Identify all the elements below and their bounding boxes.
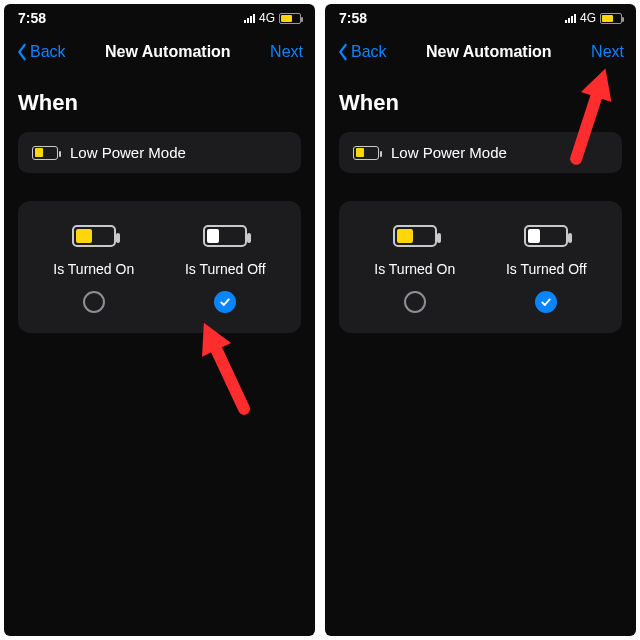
nav-title: New Automation — [426, 43, 552, 61]
screenshot-left: 7:58 4G Back New Automation Next When Lo… — [4, 4, 315, 636]
option-is-turned-on[interactable]: Is Turned On — [349, 225, 481, 313]
statusbar-battery-icon — [279, 13, 301, 24]
trigger-label: Low Power Mode — [391, 144, 507, 161]
option-on-label: Is Turned On — [53, 261, 134, 277]
battery-on-icon — [393, 225, 437, 247]
radio-off[interactable] — [535, 291, 557, 313]
radio-on[interactable] — [83, 291, 105, 313]
option-on-label: Is Turned On — [374, 261, 455, 277]
section-heading-when: When — [339, 90, 622, 116]
low-power-battery-icon — [353, 146, 379, 160]
status-time: 7:58 — [18, 10, 46, 26]
option-is-turned-on[interactable]: Is Turned On — [28, 225, 160, 313]
signal-icon — [244, 13, 255, 23]
option-is-turned-off[interactable]: Is Turned Off — [481, 225, 613, 313]
chevron-left-icon — [16, 43, 28, 61]
trigger-label: Low Power Mode — [70, 144, 186, 161]
radio-on[interactable] — [404, 291, 426, 313]
options-card: Is Turned On Is Turned Off — [339, 201, 622, 333]
next-button[interactable]: Next — [591, 43, 624, 61]
status-time: 7:58 — [339, 10, 367, 26]
battery-off-icon — [203, 225, 247, 247]
back-button[interactable]: Back — [337, 43, 387, 61]
section-heading-when: When — [18, 90, 301, 116]
nav-bar: Back New Automation Next — [325, 32, 636, 72]
status-bar: 7:58 4G — [325, 4, 636, 32]
network-label: 4G — [259, 11, 275, 25]
statusbar-battery-icon — [600, 13, 622, 24]
nav-title: New Automation — [105, 43, 231, 61]
next-button[interactable]: Next — [270, 43, 303, 61]
signal-icon — [565, 13, 576, 23]
trigger-row[interactable]: Low Power Mode — [18, 132, 301, 173]
status-bar: 7:58 4G — [4, 4, 315, 32]
options-card: Is Turned On Is Turned Off — [18, 201, 301, 333]
option-is-turned-off[interactable]: Is Turned Off — [160, 225, 292, 313]
nav-bar: Back New Automation Next — [4, 32, 315, 72]
back-button[interactable]: Back — [16, 43, 66, 61]
back-label: Back — [30, 43, 66, 61]
option-off-label: Is Turned Off — [185, 261, 266, 277]
trigger-row[interactable]: Low Power Mode — [339, 132, 622, 173]
low-power-battery-icon — [32, 146, 58, 160]
chevron-left-icon — [337, 43, 349, 61]
screenshot-right: 7:58 4G Back New Automation Next When Lo… — [325, 4, 636, 636]
back-label: Back — [351, 43, 387, 61]
network-label: 4G — [580, 11, 596, 25]
option-off-label: Is Turned Off — [506, 261, 587, 277]
battery-on-icon — [72, 225, 116, 247]
radio-off[interactable] — [214, 291, 236, 313]
battery-off-icon — [524, 225, 568, 247]
